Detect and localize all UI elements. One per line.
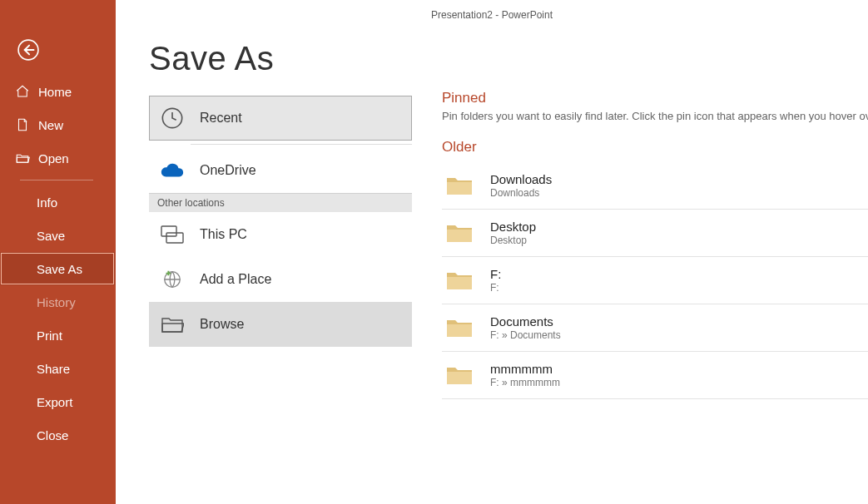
folder-path: F: — [490, 282, 501, 294]
cloud-icon — [160, 158, 185, 183]
older-heading: Older — [442, 139, 868, 156]
nav-label: New — [38, 118, 63, 132]
folder-icon — [445, 317, 474, 338]
location-label: OneDrive — [200, 163, 256, 178]
locations-column: Save As Recent OneDrive — [116, 30, 412, 504]
nav-label: Close — [37, 428, 68, 442]
folder-path: F: » Documents — [490, 329, 561, 341]
location-thispc[interactable]: This PC — [149, 212, 412, 257]
location-label: Add a Place — [200, 272, 271, 287]
location-label: This PC — [200, 227, 247, 242]
folder-path: Downloads — [490, 187, 552, 199]
nav-save[interactable]: Save — [0, 219, 115, 252]
nav-history: History — [0, 285, 115, 319]
svg-rect-3 — [166, 233, 183, 243]
thispc-icon — [160, 222, 185, 247]
folder-row[interactable]: F: F: — [442, 257, 868, 304]
nav-export[interactable]: Export — [0, 385, 115, 418]
nav-open[interactable]: Open — [0, 141, 115, 175]
location-addplace[interactable]: Add a Place — [149, 257, 412, 302]
back-arrow-icon — [17, 39, 39, 61]
nav-new[interactable]: New — [0, 108, 115, 141]
nav-label: Share — [37, 362, 70, 376]
back-button[interactable] — [12, 33, 45, 67]
home-icon — [15, 84, 30, 99]
nav-label: Save As — [37, 262, 82, 276]
locations-other-header: Other locations — [149, 193, 412, 212]
folder-icon — [445, 222, 474, 244]
svg-rect-2 — [161, 226, 176, 236]
nav-label: Open — [38, 151, 69, 166]
new-doc-icon — [15, 117, 30, 132]
nav-label: History — [37, 295, 76, 309]
nav-label: Save — [37, 229, 65, 243]
nav-close[interactable]: Close — [0, 418, 115, 452]
clock-icon — [160, 106, 185, 131]
nav-save-as[interactable]: Save As — [0, 252, 115, 285]
folder-icon — [445, 175, 474, 196]
folder-row[interactable]: Documents F: » Documents — [442, 304, 868, 352]
open-folder-icon — [15, 151, 30, 166]
folder-row[interactable]: mmmmmm F: » mmmmmm — [442, 352, 868, 399]
folder-name: mmmmmm — [490, 362, 560, 377]
page-title: Save As — [149, 40, 412, 77]
nav-label: Home — [38, 85, 72, 99]
folder-row[interactable]: Downloads Downloads — [442, 162, 868, 210]
folder-name: Desktop — [490, 220, 536, 235]
nav-print[interactable]: Print — [0, 319, 115, 352]
nav-label: Export — [37, 395, 72, 409]
addplace-icon — [160, 267, 185, 292]
browse-folder-icon — [160, 312, 185, 337]
pinned-heading: Pinned — [442, 90, 868, 106]
folder-icon — [445, 269, 474, 291]
locations-divider — [191, 144, 412, 145]
nav-label: Info — [37, 195, 57, 210]
location-recent[interactable]: Recent — [149, 96, 412, 141]
folder-name: Downloads — [490, 172, 552, 187]
folder-icon — [445, 364, 474, 386]
folder-path: Desktop — [490, 235, 536, 246]
nav-home[interactable]: Home — [0, 75, 115, 108]
main-area: Presentation2 - PowerPoint Save As Recen… — [116, 0, 868, 504]
nav-info[interactable]: Info — [0, 185, 115, 219]
folder-row[interactable]: Desktop Desktop — [442, 210, 868, 257]
sidebar-divider — [20, 180, 93, 180]
recent-folders-column: Pinned Pin folders you want to easily fi… — [412, 30, 868, 504]
folder-name: F: — [490, 267, 501, 282]
folder-path: F: » mmmmmm — [490, 377, 560, 388]
folder-name: Documents — [490, 314, 561, 329]
location-browse[interactable]: Browse — [149, 302, 412, 347]
window-title: Presentation2 - PowerPoint — [116, 0, 868, 30]
pinned-description: Pin folders you want to easily find late… — [442, 110, 868, 122]
nav-label: Print — [37, 329, 62, 343]
backstage-sidebar: Home New Open Info Save Save As History … — [0, 0, 116, 504]
location-label: Recent — [200, 111, 242, 126]
location-onedrive[interactable]: OneDrive — [149, 148, 412, 193]
location-label: Browse — [200, 317, 244, 332]
nav-share[interactable]: Share — [0, 352, 115, 385]
